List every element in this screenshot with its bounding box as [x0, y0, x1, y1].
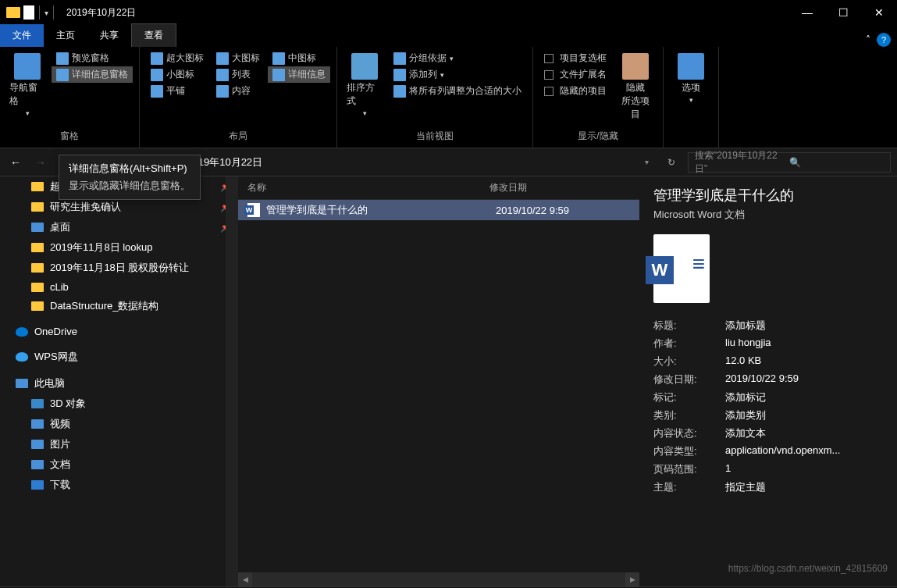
back-button[interactable]: ←: [6, 153, 25, 172]
details-pane-button[interactable]: 详细信息窗格: [52, 66, 133, 83]
tab-view[interactable]: 查看: [131, 23, 176, 47]
divider: [53, 5, 54, 20]
prop-val[interactable]: 添加文本: [725, 426, 883, 440]
cloud-icon: [16, 352, 28, 362]
tab-home[interactable]: 主页: [44, 24, 87, 47]
prop-val: 1: [725, 462, 883, 476]
ribbon-tabs: 文件 主页 共享 查看 ˄ ?: [0, 25, 897, 47]
collapse-ribbon[interactable]: ˄: [866, 34, 870, 45]
options-button[interactable]: 选项 ▾: [670, 50, 712, 130]
sort-by-button[interactable]: 排序方式 ▾: [343, 50, 386, 128]
checkbox-icon: [544, 54, 554, 63]
sidebar-documents[interactable]: 文档: [0, 454, 238, 475]
layout-details[interactable]: 详细信息: [268, 66, 330, 83]
layout-list[interactable]: 列表: [212, 66, 265, 83]
layout-content[interactable]: 内容: [212, 83, 265, 99]
add-cols-icon: [393, 69, 406, 81]
word-document-icon: [653, 234, 710, 303]
refresh-button[interactable]: ↻: [661, 157, 682, 168]
sidebar-this-pc[interactable]: 此电脑: [0, 373, 238, 394]
video-icon: [31, 419, 44, 429]
file-row[interactable]: 管理学到底是干什么的 2019/10/22 9:59: [238, 200, 639, 220]
maximize-button[interactable]: ☐: [825, 0, 861, 25]
documents-icon: [31, 460, 44, 469]
tooltip: 详细信息窗格(Alt+Shift+P) 显示或隐藏详细信息窗格。: [59, 155, 201, 200]
quick-access-dropdown[interactable]: ▾: [44, 9, 48, 17]
sidebar-item[interactable]: 2019年11月8日 lookup: [0, 237, 238, 258]
details-icon: [272, 69, 285, 81]
search-icon: 🔍: [789, 157, 884, 168]
details-properties: 标题:添加标题 作者:liu hongjia 大小:12.0 KB 修改日期:2…: [653, 319, 883, 494]
desktop-icon: [31, 223, 44, 232]
details-pane-icon: [56, 69, 69, 81]
horizontal-scrollbar[interactable]: ◀ ▶: [238, 572, 639, 586]
navigation-tree: 超📌 研究生推免确认📌 桌面📌 2019年11月8日 lookup 2019年1…: [0, 176, 238, 586]
search-input[interactable]: 搜索"2019年10月22日" 🔍: [688, 152, 891, 173]
nav-pane-label: 导航窗格: [9, 81, 45, 108]
sidebar-pictures[interactable]: 图片: [0, 434, 238, 454]
tab-share[interactable]: 共享: [87, 24, 131, 47]
layout-extra-large[interactable]: 超大图标: [146, 50, 208, 66]
sidebar-item[interactable]: cLib: [0, 278, 238, 296]
group-by-icon: [393, 52, 406, 65]
prop-key: 标题:: [653, 319, 716, 333]
layout-medium[interactable]: 中图标: [268, 50, 330, 66]
downloads-icon: [31, 480, 44, 490]
ribbon: 导航窗格 ▾ 预览窗格 详细信息窗格 窗格 超大图标 小图标 平铺 大图标 列表…: [0, 47, 897, 148]
sidebar-scrollbar[interactable]: [226, 176, 238, 586]
layout-small[interactable]: 小图标: [146, 66, 208, 83]
minimize-button[interactable]: —: [789, 0, 825, 25]
column-name[interactable]: 名称: [247, 181, 489, 194]
window-title: 2019年10月22日: [66, 6, 136, 20]
prop-val[interactable]: 添加类别: [725, 408, 883, 422]
prop-key: 大小:: [653, 355, 716, 369]
sidebar-item[interactable]: 桌面📌: [0, 217, 238, 237]
group-layout-label: 布局: [146, 128, 330, 144]
size-all-columns-button[interactable]: 将所有列调整为合适的大小: [389, 83, 526, 99]
scroll-right-icon[interactable]: ▶: [625, 572, 639, 586]
scroll-left-icon[interactable]: ◀: [238, 572, 252, 586]
group-by-button[interactable]: 分组依据 ▾: [389, 50, 526, 66]
navigation-pane-button[interactable]: 导航窗格 ▾: [6, 50, 48, 128]
medium-icons-icon: [272, 52, 285, 65]
tooltip-description: 显示或隐藏详细信息窗格。: [69, 179, 190, 193]
layout-tiles[interactable]: 平铺: [146, 83, 208, 99]
layout-large[interactable]: 大图标: [212, 50, 265, 66]
forward-button[interactable]: →: [31, 153, 50, 172]
item-checkboxes-toggle[interactable]: 项目复选框: [539, 50, 611, 66]
help-icon[interactable]: ?: [877, 33, 891, 47]
sidebar-item[interactable]: 2019年11月18日 股权股份转让: [0, 258, 238, 278]
preview-pane-button[interactable]: 预览窗格: [52, 50, 133, 66]
prop-val[interactable]: liu hongjia: [725, 337, 883, 351]
sidebar-downloads[interactable]: 下载: [0, 475, 238, 495]
options-icon: [678, 53, 704, 80]
prop-val[interactable]: 指定主题: [725, 480, 883, 494]
folder-icon: [31, 263, 44, 273]
hide-selected-button[interactable]: 隐藏 所选项目: [614, 50, 657, 128]
prop-val[interactable]: 添加标记: [725, 390, 883, 404]
column-date[interactable]: 修改日期: [489, 181, 614, 194]
file-extensions-toggle[interactable]: 文件扩展名: [539, 66, 611, 83]
folder-icon: [31, 202, 44, 212]
sidebar-item[interactable]: DataStructure_数据结构: [0, 296, 238, 316]
size-cols-icon: [393, 85, 406, 98]
file-list: 名称 修改日期 管理学到底是干什么的 2019/10/22 9:59 ◀ ▶: [238, 176, 639, 586]
file-list-header: 名称 修改日期: [238, 176, 639, 200]
breadcrumb-dropdown[interactable]: ▾: [645, 158, 649, 166]
details-subtitle: Microsoft Word 文档: [653, 208, 883, 222]
prop-val: 12.0 KB: [725, 355, 883, 369]
prop-key: 内容状态:: [653, 426, 716, 440]
add-columns-button[interactable]: 添加列 ▾: [389, 66, 526, 83]
sidebar-3d-objects[interactable]: 3D 对象: [0, 394, 238, 414]
sidebar-onedrive[interactable]: OneDrive: [0, 323, 238, 340]
hidden-items-toggle[interactable]: 隐藏的项目: [539, 83, 611, 99]
divider: [39, 5, 40, 20]
prop-val: 2019/10/22 9:59: [725, 372, 883, 387]
close-button[interactable]: ✕: [861, 0, 897, 25]
folder-icon: [6, 7, 20, 18]
prop-val[interactable]: 添加标题: [725, 319, 883, 333]
tab-file[interactable]: 文件: [0, 24, 44, 47]
sidebar-videos[interactable]: 视频: [0, 414, 238, 434]
document-icon: [23, 5, 34, 20]
sidebar-wps[interactable]: WPS网盘: [0, 347, 238, 367]
